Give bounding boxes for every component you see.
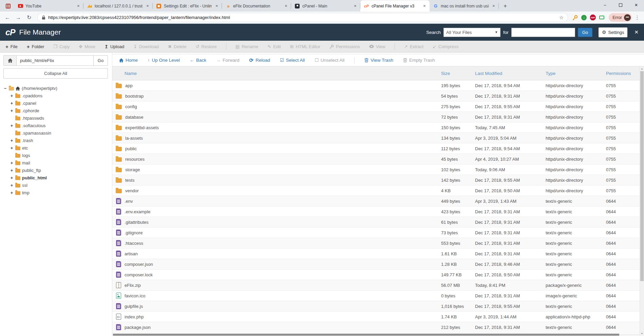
table-row[interactable]: package.json212 bytesDec 17, 2018, 9:31 … (112, 322, 644, 333)
tree-item-cpaddons[interactable]: +.cpaddons (3, 92, 108, 99)
download-manager-extension-icon[interactable]: ↓ (580, 14, 588, 21)
new-tab-button[interactable]: + (500, 2, 510, 11)
expand-icon[interactable]: + (10, 160, 14, 165)
tree-item-trash[interactable]: +.trash (3, 137, 108, 144)
pinned-tab[interactable] (2, 0, 14, 12)
select-all-button[interactable]: ☑Select All (280, 58, 305, 63)
browser-tab[interactable]: Settings Edit : eFlix - Unlimited E✕ (153, 0, 222, 12)
tv-extension-icon[interactable] (598, 14, 605, 21)
expand-icon[interactable]: + (10, 138, 14, 143)
tree-item-cpanel[interactable]: +.cpanel (3, 99, 108, 107)
table-row[interactable]: la-assets134 bytesApr 3, 2019, 5:04 AMht… (112, 133, 644, 143)
folder-button[interactable]: +Folder (27, 44, 44, 49)
scroll-up-icon[interactable]: ▲ (640, 66, 644, 71)
tree-item-htpasswds[interactable]: .htpasswds (3, 114, 108, 122)
tree-item-mail[interactable]: +mail (3, 159, 108, 166)
table-row[interactable]: .env.example423 bytesDec 17, 2018, 9:31 … (112, 206, 644, 217)
close-icon[interactable]: ✕ (634, 29, 639, 35)
browser-tab-active[interactable]: cPcPanel File Manager v3✕ (360, 0, 430, 12)
browser-tab[interactable]: localhost / 127.0.0.1 / trust_flix✕ (83, 0, 153, 12)
table-row[interactable]: favicon.ico0 bytesDec 17, 2018, 9:31 AMi… (112, 291, 644, 301)
expand-icon[interactable]: + (10, 108, 14, 113)
file-button[interactable]: +File (5, 44, 18, 49)
tree-item-logs[interactable]: logs (3, 152, 108, 159)
browser-back-button[interactable]: ← (3, 13, 12, 22)
expand-icon[interactable]: + (10, 93, 14, 98)
search-go-button[interactable]: Go (578, 28, 592, 37)
table-row[interactable]: resources45 bytesApr 4, 2019, 10:27 AMht… (112, 154, 644, 164)
maximize-button[interactable] (613, 0, 628, 10)
table-row[interactable]: index.php1.74 KBApr 3, 2019, 1:44 AMappl… (112, 312, 644, 322)
expand-icon[interactable]: + (10, 145, 14, 151)
tab-close-icon[interactable]: ✕ (76, 3, 81, 9)
address-bar[interactable]: https://expertiptv.live:2083/cpsess42231… (37, 13, 568, 22)
tab-close-icon[interactable]: ✕ (422, 3, 427, 9)
table-row[interactable]: public112 bytesDec 17, 2018, 9:54 AMhttp… (112, 143, 644, 154)
column-header-last-modified[interactable]: Last Modified (475, 71, 546, 76)
settings-button[interactable]: ⚙ Settings (599, 27, 628, 37)
adblock-extension-icon[interactable]: ABP (589, 14, 596, 21)
tree-item-tmp[interactable]: +tmp (3, 189, 108, 196)
tab-close-icon[interactable]: ✕ (491, 3, 496, 9)
tree-item-etc[interactable]: +etc (3, 144, 108, 152)
table-row[interactable]: .gitattributes61 bytesDec 17, 2018, 9:31… (112, 217, 644, 228)
table-row[interactable]: .gitignore73 bytesDec 17, 2018, 9:31 AMt… (112, 228, 644, 238)
browser-tab[interactable]: YouTube✕ (14, 0, 83, 12)
collapse-all-button[interactable]: Collapse All (3, 68, 108, 79)
search-input[interactable] (511, 28, 575, 37)
path-go-button[interactable]: Go (94, 55, 108, 66)
table-row[interactable]: eFlix.zip56.07 MBToday, 8:41 PMpackage/x… (112, 280, 644, 291)
close-window-button[interactable]: ✕ (628, 0, 644, 10)
table-row[interactable]: composer.lock149.77 KBDec 17, 2018, 9:50… (112, 270, 644, 280)
tree-item-softaculous[interactable]: +.softaculous (3, 122, 108, 129)
tab-close-icon[interactable]: ✕ (214, 3, 220, 9)
browser-forward-button[interactable]: → (14, 13, 23, 22)
table-row[interactable]: config275 bytesDec 17, 2018, 9:55 AMhttp… (112, 101, 644, 112)
table-row[interactable]: expertitbd-assets150 bytesToday, 7:45 AM… (112, 122, 644, 133)
collapse-expander[interactable]: − (3, 86, 7, 91)
minimize-button[interactable]: – (597, 0, 613, 10)
search-scope-select[interactable]: All Your Files ▼ (443, 28, 500, 37)
expand-icon[interactable]: + (10, 101, 14, 106)
table-row[interactable]: artisan1.61 KBDec 17, 2018, 9:31 AMtext/… (112, 249, 644, 259)
expand-icon[interactable]: + (10, 123, 14, 128)
tree-root[interactable]: −(/home/expertiptv) (3, 84, 108, 92)
table-row[interactable]: database72 bytesDec 17, 2018, 9:31 AMhtt… (112, 112, 644, 122)
table-row[interactable]: vendor4 KBDec 17, 2018, 9:50 AMhttpd/uni… (112, 185, 644, 196)
table-row[interactable]: bootstrap54 bytesDec 17, 2018, 9:31 AMht… (112, 91, 644, 101)
table-row[interactable]: .env449 bytesApr 3, 2019, 1:43 AMtext/x-… (112, 196, 644, 206)
column-header-permissions[interactable]: Permissions (606, 71, 635, 76)
scrollbar-thumb[interactable] (640, 71, 644, 281)
upload-button[interactable]: ↥Upload (105, 44, 124, 49)
browser-tab[interactable]: »eFlix Documentation✕ (222, 0, 291, 12)
browser-reload-button[interactable]: ↻ (24, 13, 34, 22)
table-row[interactable]: storage102 bytesToday, 9:06 AMhttpd/unix… (112, 164, 644, 175)
reload-button[interactable]: ⟳Reload (249, 57, 270, 63)
table-row[interactable]: app195 bytesDec 17, 2018, 9:54 AMhttpd/u… (112, 80, 644, 91)
tree-item-public_html[interactable]: +public_html (3, 174, 108, 181)
column-header-type[interactable]: Type (546, 71, 606, 76)
tab-close-icon[interactable]: ✕ (145, 3, 150, 9)
tab-close-icon[interactable]: ✕ (353, 3, 358, 9)
key-extension-icon[interactable] (571, 14, 579, 21)
back-button[interactable]: ←Back (190, 58, 206, 63)
home-button[interactable]: Home (119, 58, 138, 63)
tree-item-public_ftp[interactable]: +public_ftp (3, 166, 108, 174)
tab-close-icon[interactable]: ✕ (283, 3, 289, 9)
bookmark-star-icon[interactable]: ☆ (559, 15, 564, 21)
expand-icon[interactable]: + (10, 190, 14, 195)
column-header-size[interactable]: Size (441, 71, 475, 76)
up-one-level-button[interactable]: ↑Up One Level (148, 58, 180, 63)
home-path-button[interactable] (3, 55, 17, 66)
column-header-name[interactable]: Name (112, 71, 441, 76)
table-row[interactable]: gulpfile.js1,016 bytesDec 17, 2018, 9:55… (112, 301, 644, 312)
expand-icon[interactable]: + (10, 168, 14, 173)
vertical-scrollbar[interactable]: ▲ ▼ (640, 66, 644, 336)
tree-item-spamassassin[interactable]: .spamassassin (3, 129, 108, 137)
horizontal-scrollbar-thumb[interactable] (113, 334, 619, 336)
expand-icon[interactable]: + (10, 183, 14, 188)
browser-tab[interactable]: Gmac os install from usb using te✕ (430, 0, 499, 12)
path-input[interactable] (17, 55, 94, 66)
tree-item-cphorde[interactable]: +.cphorde (3, 107, 108, 114)
view-trash-button[interactable]: View Trash (364, 58, 393, 63)
